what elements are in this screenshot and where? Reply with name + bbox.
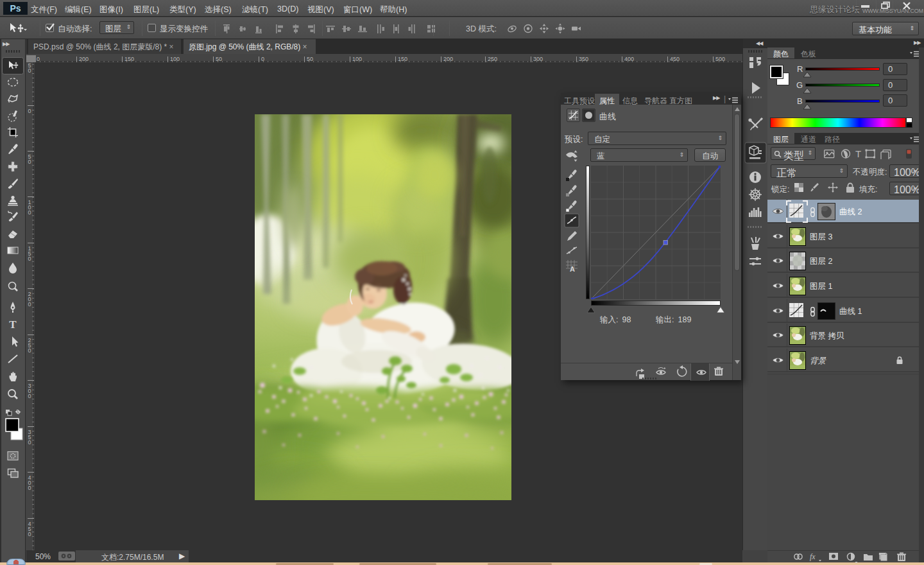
svg-text:0: 0 bbox=[28, 256, 31, 262]
svg-text:0: 0 bbox=[28, 108, 31, 114]
svg-text:0: 0 bbox=[28, 439, 31, 446]
svg-text:350: 350 bbox=[579, 56, 588, 62]
svg-text:0: 0 bbox=[261, 56, 264, 62]
svg-text:0: 0 bbox=[28, 301, 31, 308]
svg-text:100: 100 bbox=[352, 56, 362, 62]
svg-text:450: 450 bbox=[670, 56, 680, 62]
svg-text:50: 50 bbox=[216, 56, 222, 62]
svg-text:0: 0 bbox=[28, 67, 31, 74]
svg-text:0: 0 bbox=[28, 209, 31, 216]
svg-text:0: 0 bbox=[28, 531, 31, 537]
svg-text:100: 100 bbox=[170, 56, 180, 62]
svg-text:0: 0 bbox=[28, 485, 31, 491]
svg-text:250: 250 bbox=[488, 56, 497, 62]
svg-text:T: T bbox=[855, 148, 861, 159]
svg-text:T: T bbox=[9, 318, 17, 331]
svg-text:200: 200 bbox=[79, 56, 89, 62]
svg-text:50: 50 bbox=[307, 56, 313, 62]
svg-text:400: 400 bbox=[624, 56, 634, 62]
svg-text:fx: fx bbox=[810, 552, 816, 561]
svg-text:150: 150 bbox=[398, 56, 407, 62]
svg-text:A: A bbox=[570, 265, 575, 273]
svg-text:300: 300 bbox=[533, 56, 543, 62]
svg-text:0: 0 bbox=[28, 393, 31, 399]
svg-text:0: 0 bbox=[37, 56, 40, 62]
svg-text:0: 0 bbox=[28, 159, 31, 165]
svg-text:200: 200 bbox=[443, 56, 453, 62]
svg-text:150: 150 bbox=[124, 56, 134, 62]
svg-text:0: 0 bbox=[28, 347, 31, 354]
svg-text:500: 500 bbox=[715, 56, 725, 62]
